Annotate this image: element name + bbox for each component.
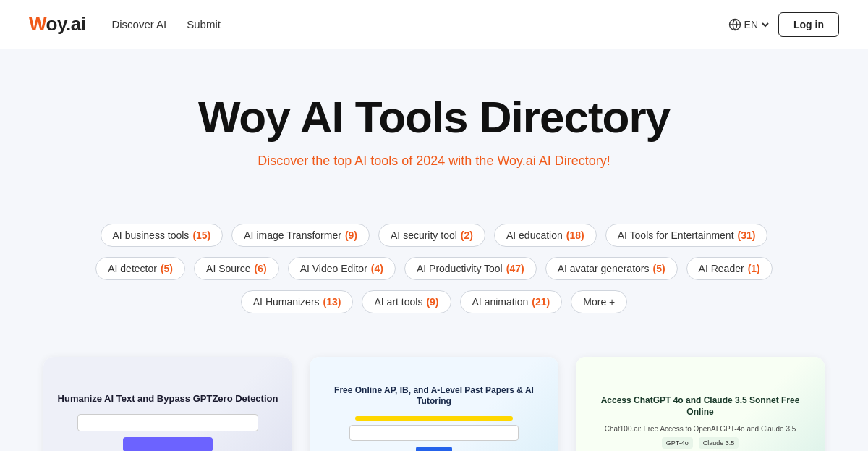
language-button[interactable]: EN	[728, 18, 770, 31]
card-3-title: Access ChatGPT 4o and Claude 3.5 Sonnet …	[587, 395, 813, 418]
card-3[interactable]: Access ChatGPT 4o and Claude 3.5 Sonnet …	[576, 357, 825, 451]
card-2-inner: Free Online AP, IB, and A-Level Past Pap…	[310, 357, 558, 451]
tag-item[interactable]: AI education (18)	[494, 224, 597, 247]
card-2[interactable]: Free Online AP, IB, and A-Level Past Pap…	[310, 357, 558, 451]
nav-links: Discover AI Submit	[111, 18, 221, 30]
chevron-down-icon	[761, 20, 770, 29]
card-1-screenshot: Humanize AI Text and Bypass GPTZero Dete…	[43, 357, 292, 451]
globe-icon	[728, 18, 741, 31]
tag-item[interactable]: More +	[571, 290, 627, 313]
tag-label: AI image Transformer	[244, 229, 341, 241]
hero-section: Woy AI Tools Directory Discover the top …	[0, 49, 868, 224]
tag-label: AI art tools	[374, 296, 422, 308]
tags-row-2: AI detector (5)AI Source (6)AI Video Edi…	[95, 257, 773, 280]
card-1-btn-mock	[123, 437, 213, 451]
tag-label: AI Humanizers	[253, 296, 320, 308]
tag-label: AI detector	[108, 263, 157, 274]
nav-left: Woy.ai Discover AI Submit	[29, 13, 221, 35]
tags-row-3: AI Humanizers (13)AI art tools (9)AI ani…	[241, 290, 627, 313]
tag-item[interactable]: AI business tools (15)	[101, 224, 224, 247]
nav-link-submit[interactable]: Submit	[187, 18, 221, 30]
card-2-btn-mock	[416, 447, 452, 451]
cards-section: Humanize AI Text and Bypass GPTZero Dete…	[0, 342, 868, 451]
card-3-inner: Access ChatGPT 4o and Claude 3.5 Sonnet …	[576, 357, 825, 451]
lang-label: EN	[744, 19, 758, 30]
tags-section: AI business tools (15)AI image Transform…	[0, 224, 868, 342]
login-button[interactable]: Log in	[778, 12, 839, 37]
card-2-btn-row	[416, 447, 452, 451]
tag-label: AI Video Editor	[300, 263, 367, 274]
tag-count: (15)	[192, 229, 210, 241]
hero-subtitle: Discover the top AI tools of 2024 with t…	[29, 153, 839, 169]
card-1[interactable]: Humanize AI Text and Bypass GPTZero Dete…	[43, 357, 292, 451]
card-3-logo-gpt: GPT-4o	[662, 437, 693, 449]
tag-count: (1)	[748, 263, 760, 274]
card-3-logo-claude: Claude 3.5	[699, 437, 739, 449]
tag-count: (4)	[371, 263, 383, 274]
card-2-screenshot: Free Online AP, IB, and A-Level Past Pap…	[310, 357, 558, 451]
tag-item[interactable]: AI detector (5)	[95, 257, 185, 280]
tag-item[interactable]: AI art tools (9)	[362, 290, 451, 313]
tag-count: (18)	[566, 229, 584, 241]
tag-item[interactable]: AI security tool (2)	[378, 224, 485, 247]
tag-item[interactable]: AI Humanizers (13)	[241, 290, 354, 313]
card-1-input-mock	[77, 414, 258, 431]
tag-count: (9)	[426, 296, 438, 308]
tag-label: AI education	[506, 229, 563, 241]
tag-label: AI Productivity Tool	[417, 263, 503, 274]
tag-label: AI business tools	[113, 229, 190, 241]
tag-item[interactable]: AI Video Editor (4)	[288, 257, 396, 280]
tag-item[interactable]: AI Productivity Tool (47)	[404, 257, 537, 280]
card-2-title: Free Online AP, IB, and A-Level Past Pap…	[321, 385, 547, 408]
card-3-screenshot: Access ChatGPT 4o and Claude 3.5 Sonnet …	[576, 357, 825, 451]
tag-item[interactable]: AI Reader (1)	[686, 257, 773, 280]
tag-item[interactable]: AI animation (21)	[460, 290, 563, 313]
nav-link-discover[interactable]: Discover AI	[111, 18, 166, 30]
card-2-input-mock	[349, 425, 519, 441]
tag-label: AI Tools for Entertainment	[618, 229, 734, 241]
tag-count: (5)	[652, 263, 665, 274]
tag-count: (6)	[255, 263, 267, 274]
tag-count: (9)	[345, 229, 357, 241]
tag-count: (5)	[161, 263, 173, 274]
tag-count: (21)	[532, 296, 550, 308]
tag-item[interactable]: AI image Transformer (9)	[231, 224, 370, 247]
card-3-subtitle: Chat100.ai: Free Access to OpenAI GPT-4o…	[605, 425, 796, 433]
tag-label: AI avatar generators	[558, 263, 650, 274]
tag-label: AI security tool	[391, 229, 457, 241]
tag-label: AI Reader	[699, 263, 744, 274]
nav-right: EN Log in	[728, 12, 839, 37]
logo[interactable]: Woy.ai	[29, 13, 85, 35]
tag-count: (13)	[323, 296, 341, 308]
tag-count: (47)	[506, 263, 524, 274]
card-1-title: Humanize AI Text and Bypass GPTZero Dete…	[58, 393, 278, 405]
tag-label: AI animation	[472, 296, 529, 308]
card-3-logos: GPT-4o Claude 3.5	[662, 437, 739, 449]
tag-label: More +	[583, 296, 615, 308]
tag-item[interactable]: AI Source (6)	[194, 257, 279, 280]
hero-title: Woy AI Tools Directory	[29, 93, 839, 142]
tag-label: AI Source	[206, 263, 250, 274]
tag-count: (31)	[738, 229, 756, 241]
card-2-bar-mock	[355, 416, 513, 421]
card-1-inner: Humanize AI Text and Bypass GPTZero Dete…	[43, 357, 292, 451]
tag-count: (2)	[461, 229, 473, 241]
tag-item[interactable]: AI avatar generators (5)	[545, 257, 678, 280]
tag-item[interactable]: AI Tools for Entertainment (31)	[605, 224, 768, 247]
tags-row-1: AI business tools (15)AI image Transform…	[101, 224, 768, 247]
navbar: Woy.ai Discover AI Submit EN Log in	[0, 0, 868, 49]
